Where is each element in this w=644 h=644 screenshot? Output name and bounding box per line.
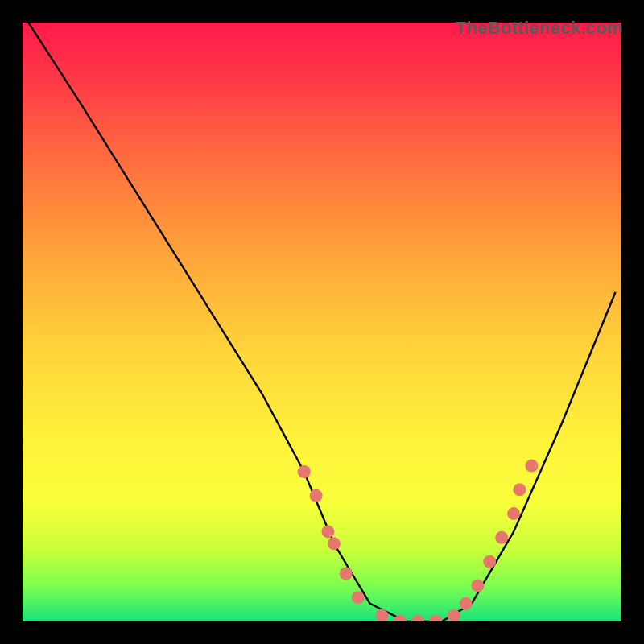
- highlight-dot: [514, 483, 526, 496]
- highlight-dot: [471, 579, 484, 592]
- highlight-dot: [429, 615, 442, 621]
- chart-svg: [23, 23, 621, 621]
- chart-frame: TheBottleneck.com: [16, 16, 628, 628]
- highlight-dot: [321, 525, 334, 538]
- highlight-dot: [448, 609, 460, 621]
- chart-gradient-area: [23, 23, 621, 621]
- watermark-text: TheBottleneck.com: [456, 18, 623, 39]
- highlight-dot: [460, 597, 473, 610]
- highlight-dot: [411, 615, 424, 621]
- highlight-dot: [352, 591, 365, 604]
- highlight-dot: [375, 609, 388, 621]
- highlight-dot: [507, 507, 520, 520]
- highlight-dot: [483, 555, 496, 568]
- highlight-dot: [328, 537, 341, 550]
- highlight-dot: [495, 531, 508, 544]
- highlight-dot: [525, 460, 538, 473]
- highlight-dot: [298, 465, 311, 478]
- highlight-dot: [340, 568, 353, 580]
- highlight-dot: [310, 489, 323, 502]
- marker-group: [298, 460, 539, 621]
